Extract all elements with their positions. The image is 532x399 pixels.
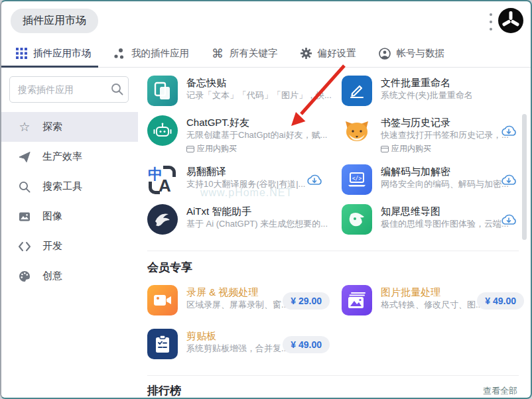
sidebar-item-label: 创意 <box>42 270 62 282</box>
sidebar-item-productivity[interactable]: 生产效率 <box>1 142 138 172</box>
triskelion-logo-icon <box>498 7 524 34</box>
plugin-desc: 无限创建基于ChatGpt的ai好友，赋... <box>186 129 338 142</box>
section-divider <box>147 375 519 376</box>
paper-plane-icon <box>17 151 32 163</box>
price-badge[interactable]: ¥ 29.00 <box>283 292 330 310</box>
svg-text:</>: </> <box>352 176 362 182</box>
codec-app-icon: </> <box>342 164 372 195</box>
palette-icon <box>17 270 32 282</box>
page-title: 插件应用市场 <box>11 9 98 33</box>
tab-all-keywords[interactable]: ⌘ 所有关键字 <box>212 47 278 60</box>
member-grid: 录屏 & 视频处理 区域录屏、屏幕录制、窗... ¥ 29.00 <box>147 285 531 365</box>
command-icon: ⌘ <box>212 48 224 60</box>
tab-label: 插件应用市场 <box>33 47 91 60</box>
member-section-heading: 会员专享 <box>147 260 531 275</box>
sidebar-item-label: 探索 <box>42 121 62 133</box>
scrollbar-thumb[interactable] <box>522 114 527 240</box>
plugin-market-window: 插件应用市场 插件应用市场 <box>0 0 532 399</box>
sidebar-item-creative[interactable]: 创意 <box>1 261 138 291</box>
clipboard-app-icon <box>147 329 178 359</box>
memo-app-icon <box>147 76 178 106</box>
grid-icon <box>16 48 27 59</box>
ranking-heading: 排行榜 <box>147 383 181 398</box>
image-icon <box>17 211 32 223</box>
magnifier-icon <box>17 181 32 193</box>
member-card-image-batch[interactable]: 图片批量处理 格式转换、修改尺寸、图... ¥ 49.00 <box>342 285 531 321</box>
tab-account-data[interactable]: 帐号与数据 <box>379 47 445 60</box>
plugin-card-rename[interactable]: 文件批量重命名 系统文件(夹)批量重命名 <box>342 76 531 109</box>
cloud-download-icon[interactable] <box>306 173 323 186</box>
tab-preferences[interactable]: 偏好设置 <box>300 47 356 60</box>
plugin-title: 备忘快贴 <box>186 76 338 89</box>
iap-badge: 应用内购买 <box>381 143 531 154</box>
plugin-title: 文件批量重命名 <box>381 76 531 89</box>
tab-bar: 插件应用市场 我的插件应用 ⌘ 所有关键字 <box>1 40 531 68</box>
sidebar-item-explore[interactable]: ☆ 探索 <box>1 112 138 142</box>
rename-app-icon <box>342 76 372 106</box>
code-brackets-icon <box>17 241 32 252</box>
cloud-download-icon[interactable] <box>500 213 517 226</box>
tab-my-plugins[interactable]: 我的插件应用 <box>113 47 189 60</box>
sidebar-item-label: 搜索工具 <box>42 180 82 193</box>
plugin-card-translate[interactable]: 中A 易翻翻译 支持10大翻译服务(谷歌|有道|... <box>147 164 338 198</box>
plugin-card-chatgpt[interactable]: ChatGPT.好友 无限创建基于ChatGpt的ai好友，赋... 应用内购买 <box>147 115 338 158</box>
screen-record-app-icon <box>147 285 178 315</box>
sidebar-item-dev[interactable]: 开发 <box>1 231 138 261</box>
sidebar-item-label: 生产效率 <box>42 150 82 163</box>
window-header: 插件应用市场 <box>1 1 531 40</box>
section-divider <box>147 251 519 251</box>
star-icon: ☆ <box>17 119 32 135</box>
plugin-desc: 记录「文本」「代码」「图片」，快... <box>186 89 338 102</box>
card-icon <box>186 146 194 152</box>
plugin-desc: 基于 Ai (ChatGPT) 来生成您想要的... <box>186 218 338 231</box>
tab-label: 所有关键字 <box>230 47 278 60</box>
view-all-link[interactable]: 查看全部 <box>483 383 517 397</box>
plugin-card-bookmarks[interactable]: 书签与历史记录 快速查找打开书签和历史记录，... 应用内购买 <box>342 115 531 158</box>
card-icon <box>381 146 389 152</box>
chatgpt-app-icon <box>147 115 178 146</box>
main-content: 备忘快贴 记录「文本」「代码」「图片」，快... 文件批量重命名 系统文件(夹)… <box>138 68 531 398</box>
sidebar-item-label: 开发 <box>42 240 62 253</box>
plugin-card-mindmap[interactable]: 知犀思维导图 极佳的思维导图作图体验，云端... <box>342 204 531 237</box>
sidebar: ☆ 探索 生产效率 搜索工具 图像 开发 <box>1 68 138 398</box>
member-card-screen-record[interactable]: 录屏 & 视频处理 区域录屏、屏幕录制、窗... ¥ 29.00 <box>147 285 338 321</box>
price-badge[interactable]: ¥ 49.00 <box>477 292 524 310</box>
plugin-grid: 备忘快贴 记录「文本」「代码」「图片」，快... 文件批量重命名 系统文件(夹)… <box>147 76 531 237</box>
ranking-section: 排行榜 查看全部 <box>147 383 531 398</box>
iap-badge: 应用内购买 <box>186 143 338 154</box>
sidebar-item-image[interactable]: 图像 <box>1 201 138 231</box>
gear-icon <box>300 48 312 59</box>
plugin-desc: 系统文件(夹)批量重命名 <box>381 89 531 102</box>
aitxt-app-icon <box>147 204 178 235</box>
sidebar-item-label: 图像 <box>42 210 62 223</box>
tab-label: 帐号与数据 <box>397 47 445 60</box>
cloud-download-icon[interactable] <box>500 124 517 137</box>
dots-cluster-icon <box>113 48 125 60</box>
cloud-download-icon[interactable] <box>500 173 517 186</box>
plugin-card-memo[interactable]: 备忘快贴 记录「文本」「代码」「图片」，快... <box>147 76 338 109</box>
plugin-title: ChatGPT.好友 <box>186 116 338 129</box>
tab-label: 偏好设置 <box>318 47 356 60</box>
search-box <box>9 76 130 103</box>
search-icon[interactable] <box>111 83 123 95</box>
price-badge[interactable]: ¥ 49.00 <box>283 336 330 353</box>
tab-label: 我的插件应用 <box>131 47 189 60</box>
sidebar-item-search-tools[interactable]: 搜索工具 <box>1 172 138 201</box>
plugin-card-aitxt[interactable]: AiTxt 智能助手 基于 Ai (ChatGPT) 来生成您想要的... <box>147 204 338 237</box>
member-card-clipboard[interactable]: 剪贴板 系统剪贴板增强，合并复... ¥ 49.00 <box>147 329 338 365</box>
translate-app-icon: 中A <box>147 164 178 195</box>
plugin-title: AiTxt 智能助手 <box>186 205 338 218</box>
mindmap-app-icon <box>342 204 372 235</box>
tab-plugin-market[interactable]: 插件应用市场 <box>16 47 91 60</box>
image-batch-app-icon <box>342 285 372 315</box>
fox-app-icon <box>342 115 372 146</box>
plugin-card-codec[interactable]: </> 编解码与加解密 网络安全向的编码、解码与加密... <box>342 164 531 198</box>
account-icon <box>379 48 391 60</box>
active-tab-underline <box>1 66 98 68</box>
app-logo[interactable] <box>498 7 524 34</box>
vertical-ellipsis-icon[interactable] <box>490 13 494 30</box>
